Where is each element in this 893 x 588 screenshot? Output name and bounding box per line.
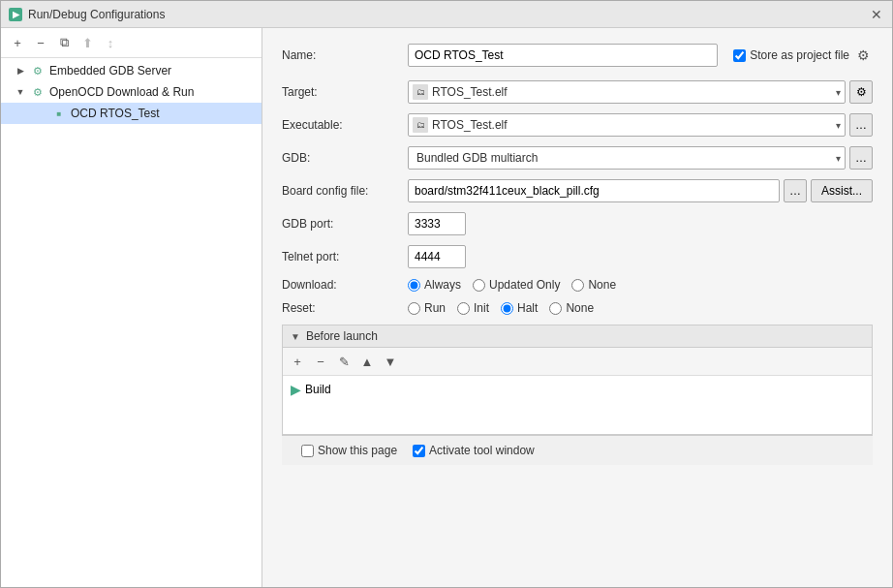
sidebar-item-embedded-gdb-server[interactable]: ▶ ⚙ Embedded GDB Server [1,60,262,81]
download-updated-only-label: Updated Only [489,278,560,292]
reset-run-radio[interactable] [408,302,420,315]
expand-icon-ocd-rtos [36,108,47,119]
sidebar-item-openocd[interactable]: ▼ ⚙ OpenOCD Download & Run [1,81,262,103]
target-file-icon: 🗂 [413,84,428,100]
gdb-value: Bundled GDB multiarch [413,151,836,165]
config-icon-openocd: ⚙ [30,84,46,100]
titlebar-title: Run/Debug Configurations [28,8,863,21]
activate-tool-checkbox[interactable] [413,445,425,457]
download-none-radio[interactable] [571,279,584,292]
reset-halt-label: Halt [517,301,538,315]
name-row: Name: Store as project file ⚙ [282,44,873,67]
gdb-dropdown[interactable]: Bundled GDB multiarch ▾ [408,146,846,170]
sort-button[interactable]: ↕ [100,32,121,53]
gdb-row: GDB: Bundled GDB multiarch ▾ … [282,146,873,170]
before-launch-section: ▼ Before launch + − ✎ ▲ ▼ ▶ Build [282,325,873,435]
download-always-option[interactable]: Always [408,278,461,292]
before-launch-down-button[interactable]: ▼ [380,351,401,372]
before-launch-up-button[interactable]: ▲ [356,351,378,372]
before-launch-edit-button[interactable]: ✎ [333,351,354,372]
executable-browse-button[interactable]: … [849,113,873,137]
download-none-label: None [588,278,616,292]
reset-halt-radio[interactable] [501,302,513,315]
build-item: ▶ Build [287,380,868,399]
board-config-label: Board config file: [282,184,408,198]
board-config-input[interactable] [408,179,780,202]
download-updated-only-option[interactable]: Updated Only [473,278,560,292]
executable-value: RTOS_Test.elf [428,118,836,132]
download-row: Download: Always Updated Only None [282,278,873,292]
collapse-icon[interactable]: ▼ [291,331,300,342]
activate-tool-label: Activate tool window [429,444,535,457]
reset-none-radio[interactable] [549,302,562,315]
footer-row: Show this page Activate tool window [282,435,873,465]
show-page-checkbox[interactable] [301,445,314,457]
download-always-radio[interactable] [408,279,420,292]
executable-dropdown[interactable]: 🗂 RTOS_Test.elf ▾ [408,113,846,137]
store-label: Store as project file ⚙ [733,46,873,65]
reset-halt-option[interactable]: Halt [501,301,538,315]
store-label-text: Store as project file [750,48,849,62]
download-radio-group: Always Updated Only None [408,278,616,292]
reset-radio-group: Run Init Halt None [408,301,594,315]
sidebar-item-ocd-rtos-test[interactable]: ■ OCD RTOS_Test [1,103,262,124]
remove-config-button[interactable]: − [30,32,51,53]
reset-init-label: Init [474,301,489,315]
reset-run-option[interactable]: Run [408,301,446,315]
sidebar-tree: ▶ ⚙ Embedded GDB Server ▼ ⚙ OpenOCD Down… [1,58,262,587]
reset-init-radio[interactable] [457,302,470,315]
move-up-button[interactable]: ⬆ [77,32,98,53]
download-label: Download: [282,278,408,292]
board-config-browse-button[interactable]: … [784,179,807,202]
target-arrow-icon: ▾ [836,87,841,98]
close-button[interactable]: ✕ [869,7,884,22]
show-page-label: Show this page [318,444,397,457]
activate-tool-item[interactable]: Activate tool window [413,444,535,457]
executable-control: 🗂 RTOS_Test.elf ▾ … [408,113,873,137]
gdb-arrow-icon: ▾ [836,153,841,164]
gdb-port-row: GDB port: [282,212,873,235]
sidebar-label-embedded-gdb: Embedded GDB Server [49,64,171,77]
download-updated-only-radio[interactable] [473,279,485,292]
executable-row: Executable: 🗂 RTOS_Test.elf ▾ … [282,113,873,137]
board-config-control: … Assist... [408,179,873,202]
reset-label: Reset: [282,301,408,315]
target-row: Target: 🗂 RTOS_Test.elf ▾ ⚙ [282,80,873,104]
download-none-option[interactable]: None [571,278,616,292]
show-page-item[interactable]: Show this page [301,444,397,457]
executable-file-icon: 🗂 [413,117,428,133]
gdb-port-label: GDB port: [282,217,408,231]
name-input[interactable] [408,44,718,67]
download-always-label: Always [424,278,461,292]
before-launch-add-button[interactable]: + [287,351,308,372]
gdb-browse-button[interactable]: … [849,146,873,170]
reset-none-option[interactable]: None [549,301,594,315]
board-config-assist-button[interactable]: Assist... [811,179,873,202]
build-icon: ▶ [291,382,301,397]
reset-init-option[interactable]: Init [457,301,489,315]
target-control: 🗂 RTOS_Test.elf ▾ ⚙ [408,80,873,104]
executable-arrow-icon: ▾ [836,120,841,131]
copy-config-button[interactable]: ⧉ [53,32,75,53]
sidebar: + − ⧉ ⬆ ↕ ▶ ⚙ Embedded GDB Server ▼ ⚙ Op… [1,28,262,587]
store-checkbox[interactable] [733,49,746,62]
telnet-port-input[interactable] [408,245,466,268]
target-dropdown[interactable]: 🗂 RTOS_Test.elf ▾ [408,80,846,104]
gdb-port-input[interactable] [408,212,466,235]
before-launch-header: ▼ Before launch [283,325,872,348]
sidebar-label-openocd: OpenOCD Download & Run [49,85,194,99]
before-launch-toolbar: + − ✎ ▲ ▼ [283,348,872,376]
reset-run-label: Run [424,301,446,315]
gear-icon: ⚙ [853,46,873,65]
titlebar: ▶ Run/Debug Configurations ✕ [1,1,892,28]
target-settings-button[interactable]: ⚙ [849,80,873,104]
expand-icon-embedded-gdb: ▶ [15,65,26,77]
sidebar-label-ocd-rtos: OCD RTOS_Test [71,107,160,120]
config-icon-ocd-rtos: ■ [51,106,67,121]
board-config-row: Board config file: … Assist... [282,179,873,202]
titlebar-icon: ▶ [9,8,22,21]
add-config-button[interactable]: + [7,32,28,53]
reset-none-label: None [566,301,594,315]
before-launch-remove-button[interactable]: − [310,351,331,372]
main-content: + − ⧉ ⬆ ↕ ▶ ⚙ Embedded GDB Server ▼ ⚙ Op… [1,28,892,587]
